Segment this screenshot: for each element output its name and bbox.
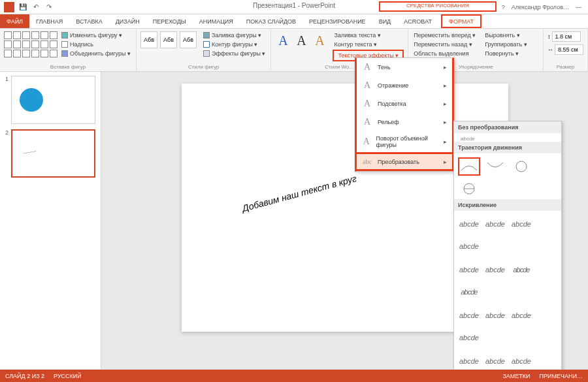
path-button[interactable] [458,180,480,198]
selection-pane-button[interactable]: Область выделения [412,50,477,57]
merge-shapes-button[interactable]: Объединить фигуры ▾ [60,50,132,57]
rotate-button[interactable]: Повернуть ▾ [483,50,528,57]
language-indicator[interactable]: РУССКИЙ [54,373,82,379]
path-circle[interactable] [510,157,532,176]
shapes-gallery[interactable] [4,31,57,57]
width-input[interactable]: 8.55 см [555,44,583,55]
rotation-icon: A [362,136,370,147]
group-shape-styles: Абв Абв Абв Заливка фигуры ▾ Контур фигу… [137,29,272,71]
shadow-icon: A [362,62,372,72]
tab-slideshow[interactable]: ПОКАЗ СЛАЙДОВ [240,14,302,28]
warp-preset[interactable]: abcde [484,306,506,325]
svg-point-0 [516,161,527,172]
warp-preset[interactable]: abcde [458,306,480,325]
path-arch-down[interactable] [484,157,506,176]
tab-format[interactable]: ФОРМАТ [441,14,482,28]
menu-bevel[interactable]: AРельеф▸ [357,113,452,131]
wordart-preset[interactable]: A [275,31,291,50]
transform-gallery: Без преобразования abcde Траектория движ… [453,121,562,382]
shape-effects-button[interactable]: Эффекты фигуры ▾ [202,50,267,57]
shape-outline-button[interactable]: Контур фигуры ▾ [202,40,267,48]
slide-counter[interactable]: СЛАЙД 2 ИЗ 2 [5,373,44,379]
warp-preset[interactable]: abcde [510,215,532,233]
menu-reflection[interactable]: AОтражение▸ [357,76,452,95]
style-preset[interactable]: Абв [160,31,177,48]
text-outline-button[interactable]: Контур текста ▾ [333,40,404,48]
warp-preset[interactable]: abcde [458,328,480,347]
height-input[interactable]: 1.8 см [552,31,581,42]
tab-view[interactable]: ВИД [372,14,398,28]
slide-thumbnail-2[interactable]: ~~~~~~~ [11,129,95,178]
warp-preset[interactable]: abcde [458,237,480,255]
bring-forward-button[interactable]: Переместить вперед ▾ [412,31,477,39]
warp-preset[interactable]: abcde [510,306,532,325]
tab-insert[interactable]: ВСТАВКА [69,14,108,28]
align-button[interactable]: Выровнять ▾ [483,31,528,39]
style-preset[interactable]: Абв [140,31,157,48]
title-bar: 💾 ↶ ↷ Презентация1 - PowerPoint СРЕДСТВА… [0,0,588,14]
reflection-icon: A [362,80,372,91]
tab-animations[interactable]: АНИМАЦИЯ [193,14,240,28]
chevron-right-icon: ▸ [444,101,447,107]
warp-preset[interactable]: abcde [458,215,480,233]
glow-icon: A [362,99,372,109]
tab-acrobat[interactable]: ACROBAT [397,14,438,28]
group-label: Стили фигур [140,64,267,70]
path-arch[interactable] [458,157,480,176]
warp-preset[interactable]: abcde [484,352,506,370]
warp-preset[interactable]: abcde [484,215,506,233]
height-icon: ↕ [547,33,551,40]
edit-shape-button[interactable]: Изменить фигуру ▾ [60,31,132,39]
text-fill-button[interactable]: Заливка текста ▾ [333,31,404,39]
tab-file[interactable]: ФАЙЛ [0,14,29,28]
curved-text[interactable]: Добавим наш текст в круг [241,173,357,214]
tab-design[interactable]: ДИЗАЙН [109,14,146,28]
help-icon[interactable]: ? [502,4,505,10]
chevron-right-icon: ▸ [444,138,447,145]
status-bar: СЛАЙД 2 ИЗ 2 РУССКИЙ ЗАМЕТКИ ПРИМЕЧАНИ… [0,370,588,382]
group-label: Вставка фигур [4,64,132,70]
warp-preset[interactable]: abcde [484,261,506,279]
group-size: ↕1.8 см ↔8.55 см Размер [544,29,588,71]
menu-shadow[interactable]: AТень▸ [357,58,452,76]
user-name[interactable]: Александр Фролов… [512,4,569,10]
warp-preset[interactable]: abcde [510,261,532,279]
section-warp: Искривление [454,199,561,211]
style-preset[interactable]: Абв [180,31,197,48]
thumb-number: 1 [5,76,8,124]
quick-access: 💾 ↶ ↷ [0,2,54,12]
group-insert-shapes: Изменить фигуру ▾ Надпись Объединить фиг… [0,29,137,71]
textbox-button[interactable]: Надпись [60,40,132,48]
chevron-right-icon: ▸ [444,119,447,125]
width-icon: ↔ [547,46,553,53]
window-title: Презентация1 - PowerPoint [253,2,335,9]
section-none: Без преобразования [454,121,561,133]
wordart-preset[interactable]: A [312,31,327,50]
warp-preset[interactable]: abcde [510,352,532,370]
save-icon[interactable]: 💾 [18,3,27,12]
send-backward-button[interactable]: Переместить назад ▾ [412,40,477,48]
menu-glow[interactable]: AПодсветка▸ [357,95,452,113]
minimize-icon[interactable]: — [576,4,581,10]
redo-icon[interactable]: ↷ [44,3,54,12]
warp-preset[interactable]: abcde [458,261,480,279]
tab-transitions[interactable]: ПЕРЕХОДЫ [146,14,193,28]
group-button[interactable]: Группировать ▾ [483,40,528,48]
bevel-icon: A [362,117,372,127]
tab-review[interactable]: РЕЦЕНЗИРОВАНИЕ [302,14,372,28]
comments-button[interactable]: ПРИМЕЧАНИ… [540,373,583,379]
shape-fill-button[interactable]: Заливка фигуры ▾ [202,31,267,39]
tab-home[interactable]: ГЛАВНАЯ [29,14,69,28]
warp-preset[interactable]: abcde [458,283,480,301]
warp-preset[interactable]: abcde [458,352,480,370]
wordart-preset[interactable]: A [293,31,309,50]
none-sample[interactable]: abcde [454,133,561,142]
menu-3d-rotation[interactable]: AПоворот объемной фигуры▸ [357,131,452,152]
ribbon-tabs: ФАЙЛ ГЛАВНАЯ ВСТАВКА ДИЗАЙН ПЕРЕХОДЫ АНИ… [0,14,588,29]
notes-button[interactable]: ЗАМЕТКИ [502,373,530,379]
undo-icon[interactable]: ↶ [31,3,41,12]
thumb-number: 2 [5,129,8,178]
slide-thumbnail-1[interactable] [11,76,95,124]
title-right: ? Александр Фролов… — [502,4,581,10]
menu-transform[interactable]: abcПреобразовать▸ [357,152,452,171]
